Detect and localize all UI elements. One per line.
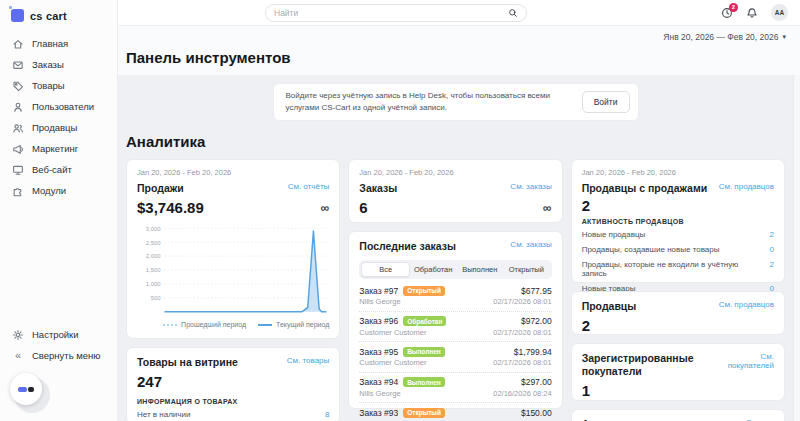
vendors-sales-link[interactable]: См. продавцов (719, 182, 774, 191)
date-range-picker[interactable]: Янв 20, 2026 — Фев 20, 2026 ▾ (126, 29, 786, 49)
order-row[interactable]: Заказ #95 Выполнен $1,799.94 Customer Cu… (359, 342, 551, 373)
helpdesk-login-button[interactable]: Войти (582, 91, 630, 113)
orders-period: Jan 20, 2026 - Feb 20, 2026 (359, 168, 551, 177)
sidebar-item-vendors[interactable]: Продавцы (0, 117, 117, 138)
order-id[interactable]: Заказ #94 (359, 377, 398, 387)
sidebar-item-modules[interactable]: Модули (0, 180, 117, 201)
puzzle-icon (12, 185, 24, 197)
status-badge: Выполнен (403, 347, 445, 357)
chevron-down-icon: ▾ (782, 33, 786, 41)
sales-period: Jan 20, 2026 - Feb 20, 2026 (137, 168, 329, 177)
status-badge: Открытый (403, 286, 445, 296)
order-row[interactable]: Заказ #96 Обработан $972.00 Customer Cus… (359, 312, 551, 343)
sidebar-item-label: Модули (32, 185, 66, 196)
products-info-heading: ИНФОРМАЦИЯ О ТОВАРАХ (137, 398, 329, 405)
notifications-button[interactable] (746, 7, 758, 19)
sales-reports-link[interactable]: См. отчёты (288, 182, 330, 191)
monitor-icon (12, 164, 24, 176)
support-widget-button[interactable] (8, 373, 117, 415)
sidebar-item-label: Пользователи (32, 101, 94, 112)
order-date: 02/17/2026 08:01 (493, 328, 551, 337)
vendors-link[interactable]: См. продавцов (719, 300, 774, 309)
topbar: 2 AA (118, 0, 800, 26)
order-id[interactable]: Заказ #93 (359, 408, 398, 418)
order-row[interactable]: Заказ #94 Выполнен $297.00 Nills George … (359, 373, 551, 404)
users-icon (12, 122, 24, 134)
sidebar: cs cart Главная Заказы Товары Пользовате… (0, 0, 118, 421)
sidebar-item-settings[interactable]: Настройки (0, 324, 117, 345)
stat-value-link[interactable]: 0 (770, 245, 774, 254)
svg-text:1,500: 1,500 (146, 267, 161, 273)
order-id[interactable]: Заказ #95 (359, 347, 398, 357)
stat-value-link[interactable]: 2 (770, 260, 774, 278)
sidebar-item-users[interactable]: Пользователи (0, 96, 117, 117)
envelope-icon (12, 59, 24, 71)
analytics-section-title: Аналитика (126, 133, 785, 150)
collapse-icon: « (12, 350, 24, 360)
tab-complete[interactable]: Выполнен (456, 262, 503, 277)
sidebar-item-dashboard[interactable]: Главная (0, 33, 117, 54)
stat-label: Продавцы, которые не входили в учётную з… (582, 260, 764, 278)
brand-logo[interactable]: cs cart (0, 7, 117, 33)
tab-processed[interactable]: Обработан (410, 262, 457, 277)
sales-chart-legend: Прошедший период Текущий период (137, 321, 329, 328)
collapse-menu-button[interactable]: « Свернуть меню (0, 345, 117, 365)
helpdesk-banner: Войдите через учётную запись в Help Desk… (273, 83, 639, 121)
scrollbar[interactable] (793, 75, 800, 421)
customers-link[interactable]: См. покупателей (712, 352, 774, 370)
order-id[interactable]: Заказ #97 (359, 286, 398, 296)
stat-label: Продавцы, создавшие новые товары (582, 245, 720, 254)
sidebar-item-label: Товары (32, 80, 65, 91)
svg-text:2,000: 2,000 (146, 253, 161, 259)
order-row[interactable]: Заказ #97 Открытый $677.95 Nills George … (359, 281, 551, 312)
products-link[interactable]: См. товары (287, 356, 330, 365)
sidebar-item-label: Веб-сайт (32, 164, 72, 175)
megaphone-icon (12, 143, 24, 155)
vendors-card: Продавцы См. продавцов 2 (571, 291, 785, 335)
sidebar-nav: Главная Заказы Товары Пользователи Прода… (0, 33, 117, 201)
sidebar-item-label: Маркетинг (32, 143, 78, 154)
column-1: Jan 20, 2026 - Feb 20, 2026 Продажи См. … (126, 159, 340, 421)
tab-open[interactable]: Открытый (503, 262, 550, 277)
order-id[interactable]: Заказ #96 (359, 316, 398, 326)
sidebar-item-orders[interactable]: Заказы (0, 54, 117, 75)
vendors-title: Продавцы (582, 300, 637, 313)
stat-value-link[interactable]: 8 (325, 410, 329, 419)
vendors-count: 2 (582, 317, 590, 334)
collapse-label: Свернуть меню (32, 350, 101, 361)
infinity-icon: ∞ (321, 202, 330, 214)
user-icon (12, 101, 24, 113)
sales-value: $3,746.89 (137, 199, 204, 216)
vendor-activity-row: Новые продавцы 2 (582, 227, 774, 242)
stat-value-link[interactable]: 2 (770, 230, 774, 239)
recent-orders-link[interactable]: См. заказы (510, 240, 551, 249)
order-status-tabs: Все Обработан Выполнен Открытый (359, 260, 551, 279)
vendor-activity-row: Продавцы, создавшие новые товары 0 (582, 242, 774, 257)
global-search[interactable] (265, 4, 527, 22)
sidebar-item-label: Настройки (32, 329, 79, 340)
registered-customers-card: Зарегистрированные покупатели См. покупа… (571, 343, 785, 401)
orders-link[interactable]: См. заказы (510, 182, 551, 191)
order-row[interactable]: Заказ #93 Открытый $150.00 Customer Cust… (359, 403, 551, 421)
column-2: Jan 20, 2026 - Feb 20, 2026 Заказы См. з… (348, 159, 562, 421)
recent-orders-title: Последние заказы (359, 240, 456, 253)
order-date: 02/16/2026 08:24 (493, 389, 551, 398)
sidebar-item-website[interactable]: Веб-сайт (0, 159, 117, 180)
sales-chart-svg: 5001,0001,5002,0002,5003,000 (137, 220, 329, 320)
order-total: $677.95 (521, 286, 552, 296)
sidebar-item-products[interactable]: Товары (0, 75, 117, 96)
pending-tasks-button[interactable]: 2 (721, 7, 733, 19)
customers-title: Зарегистрированные покупатели (582, 352, 697, 378)
date-range-label: Янв 20, 2026 — Фев 20, 2026 (663, 32, 778, 42)
sales-chart: 5001,0001,5002,0002,5003,000 (137, 220, 329, 320)
tab-all[interactable]: Все (361, 262, 410, 277)
status-badge: Обработан (403, 316, 446, 326)
user-avatar[interactable]: AA (771, 4, 788, 21)
storefront-products-card: Товары на витрине См. товары 247 ИНФОРМА… (126, 347, 340, 421)
sidebar-item-marketing[interactable]: Маркетинг (0, 138, 117, 159)
sales-title: Продажи (137, 182, 184, 195)
order-total: $1,799.94 (514, 347, 552, 357)
search-icon (508, 8, 518, 18)
out-of-stock-row: Нет в наличии 8 (137, 407, 329, 421)
search-input[interactable] (274, 8, 502, 18)
